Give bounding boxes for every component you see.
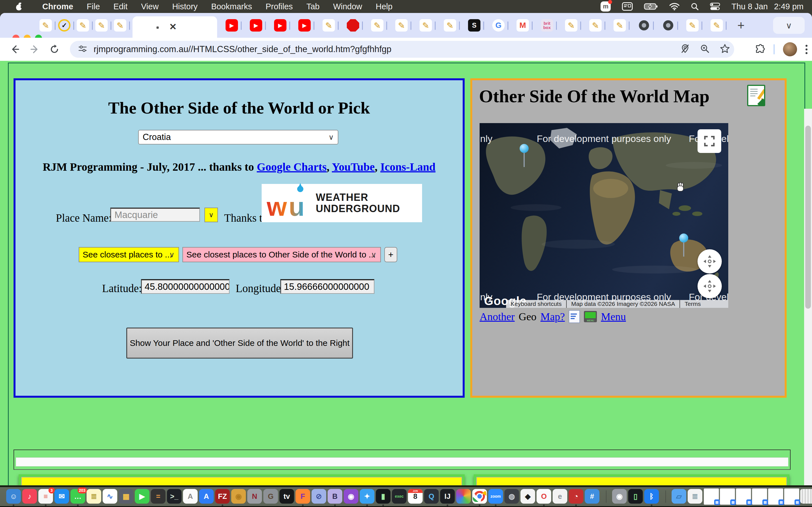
tab-close-icon[interactable]: ✕ <box>169 21 177 32</box>
dock-accessibility[interactable]: ◉ <box>612 489 627 504</box>
url-text[interactable]: rjmprogramming.com.au//HTMLCSS/other_sid… <box>94 44 391 54</box>
tab-youtube-favicon[interactable]: ▶ <box>225 19 238 32</box>
dock-calculator[interactable]: = <box>151 489 165 504</box>
dock-build-tool[interactable]: # <box>585 489 599 504</box>
input-source-icon[interactable] <box>622 2 633 11</box>
location-blocked-icon[interactable] <box>680 44 690 55</box>
dock-launchpad[interactable]: ▦ <box>119 489 133 504</box>
google-map[interactable]: nly For development purposes only For de… <box>479 123 728 308</box>
tab-pencil-favicon[interactable]: ✎ <box>77 19 89 32</box>
map-pan-button-upper[interactable] <box>698 249 722 274</box>
dock-intellij[interactable]: IJ <box>440 489 455 504</box>
tab-pencil-favicon[interactable]: ✎ <box>395 19 408 32</box>
control-center-icon[interactable] <box>710 3 720 10</box>
tab-pencil-favicon[interactable]: ✎ <box>686 19 699 32</box>
tab-youtube-favicon[interactable]: ▶ <box>298 19 311 32</box>
tab-google-favicon[interactable]: G <box>492 19 505 32</box>
dock-reminders[interactable]: ≡3 <box>38 489 53 504</box>
tab-pencil-favicon[interactable]: ✎ <box>322 19 335 32</box>
menu-item-window[interactable]: Window <box>326 2 369 11</box>
active-tab[interactable]: ✕ <box>133 16 217 38</box>
tab-chrome-dark-favicon[interactable] <box>638 19 650 32</box>
profile-avatar[interactable] <box>783 42 797 56</box>
new-tab-button[interactable]: + <box>733 18 748 33</box>
zoom-in-icon[interactable] <box>700 44 710 55</box>
reload-button[interactable] <box>47 42 62 57</box>
apple-menu-icon[interactable] <box>15 2 23 11</box>
site-settings-icon[interactable] <box>78 44 87 55</box>
dock-downloads-folder[interactable]: ▱ <box>672 489 686 504</box>
forward-button[interactable] <box>27 42 42 57</box>
menu-device-icon[interactable]: MENU <box>584 311 597 322</box>
tab-pencil-favicon[interactable]: ✎ <box>711 19 723 32</box>
dock-terminal-dark[interactable]: ▮ <box>376 489 391 504</box>
dock-trash[interactable] <box>800 489 812 504</box>
notes-icon[interactable] <box>747 85 765 106</box>
tab-chrome-dark-favicon[interactable] <box>662 19 674 32</box>
tab-bw-favicon[interactable]: S <box>468 19 480 32</box>
dock-calendar[interactable]: 8JAN <box>408 489 423 504</box>
dock-textedit[interactable]: A <box>183 489 198 504</box>
dock-podcasts[interactable]: ◉ <box>344 489 358 504</box>
menu-clock[interactable]: Thu 8 Jan 2:49 pm <box>731 2 804 11</box>
credit-link-icons-land[interactable]: Icons-Land <box>380 161 436 173</box>
dock-mail[interactable]: ✉ <box>54 489 69 504</box>
dock-finder[interactable]: ☺ <box>6 489 21 504</box>
page-scrollbar[interactable] <box>804 109 812 485</box>
tab-pencil-favicon[interactable]: ✎ <box>419 19 432 32</box>
menu-item-bookmarks[interactable]: Bookmarks <box>204 2 259 11</box>
dock-minimized-doc-6[interactable]: ▤ <box>784 489 799 505</box>
dock-inkscape[interactable]: ◆ <box>520 489 535 504</box>
letter-icon[interactable] <box>569 310 580 323</box>
menu-item-chrome[interactable]: Chrome <box>36 2 80 11</box>
back-button[interactable] <box>7 42 22 57</box>
place-name-input[interactable]: Macquarie <box>110 208 200 222</box>
tab-pencil-favicon[interactable]: ✎ <box>371 19 384 32</box>
credit-link-google-charts[interactable]: Google Charts <box>257 161 327 173</box>
dock-quicktime[interactable]: Q <box>424 489 439 504</box>
dock-gauge-meter[interactable]: ◔ <box>569 489 583 504</box>
dock-chart-app[interactable]: ∿ <box>103 489 117 504</box>
spotlight-search-icon[interactable] <box>691 3 699 10</box>
dock-exec-script[interactable]: exec <box>392 489 407 504</box>
dock-speaker-grille[interactable]: ◍ <box>504 489 519 504</box>
attribution-map[interactable]: Map data ©2026 Imagery ©2026 NASA <box>567 300 679 307</box>
dock-minimized-doc-3[interactable]: ▤ <box>736 489 751 505</box>
dock-messages[interactable]: …203 <box>70 489 85 504</box>
tab-check-favicon[interactable]: ✓ <box>58 19 70 32</box>
dock-terminal-exec[interactable]: ▯ <box>628 489 643 504</box>
bookmark-star-icon[interactable] <box>719 43 730 55</box>
tab-pencil-favicon[interactable]: ✎ <box>444 19 456 32</box>
tab-youtube-favicon[interactable]: ▶ <box>274 19 287 32</box>
dock-elephant-app[interactable]: e <box>553 489 567 504</box>
attribution-terms[interactable]: Terms <box>680 300 705 307</box>
dock-gimp[interactable]: G <box>263 489 278 504</box>
wifi-icon[interactable] <box>669 3 679 10</box>
plus-button[interactable]: + <box>384 247 397 262</box>
menu-item-file[interactable]: File <box>80 2 107 11</box>
dock-minimized-doc-2[interactable]: ▤ <box>720 489 735 505</box>
dock-minimized-doc-5[interactable]: ▤ <box>768 489 783 505</box>
tab-pencil-favicon[interactable]: ✎ <box>613 19 626 32</box>
dock-minimized-doc-4[interactable]: ▤ <box>752 489 767 505</box>
menu-item-view[interactable]: View <box>134 2 165 11</box>
geo-link-map[interactable]: Map? <box>541 311 565 323</box>
tab-gmail-favicon[interactable]: M <box>516 19 529 32</box>
tab-search-button[interactable]: ∨ <box>773 17 805 34</box>
tab-pencil-favicon[interactable]: ✎ <box>40 19 52 32</box>
omnibox[interactable]: rjmprogramming.com.au//HTMLCSS/other_sid… <box>70 41 734 58</box>
app-notification-icon[interactable]: m <box>601 1 611 11</box>
geo-link-another[interactable]: Another <box>479 311 515 323</box>
dock-facetime[interactable]: ▶ <box>135 489 149 504</box>
dock-app-store[interactable]: A <box>199 489 214 504</box>
dock-bluetooth[interactable]: ᛒ <box>644 489 659 504</box>
dock-apple-tv[interactable]: tv <box>280 489 294 504</box>
extensions-icon[interactable] <box>754 43 765 55</box>
tab-pencil-favicon[interactable]: ✎ <box>95 19 108 32</box>
menu-item-profiles[interactable]: Profiles <box>259 2 300 11</box>
menu-item-tab[interactable]: Tab <box>300 2 326 11</box>
dock-firefox[interactable]: F <box>296 489 310 504</box>
closest-places-select[interactable]: See closest places to ... ∨ <box>79 247 179 262</box>
tab-pencil-favicon[interactable]: ✎ <box>589 19 602 32</box>
credit-link-youtube[interactable]: YouTube <box>332 161 375 173</box>
